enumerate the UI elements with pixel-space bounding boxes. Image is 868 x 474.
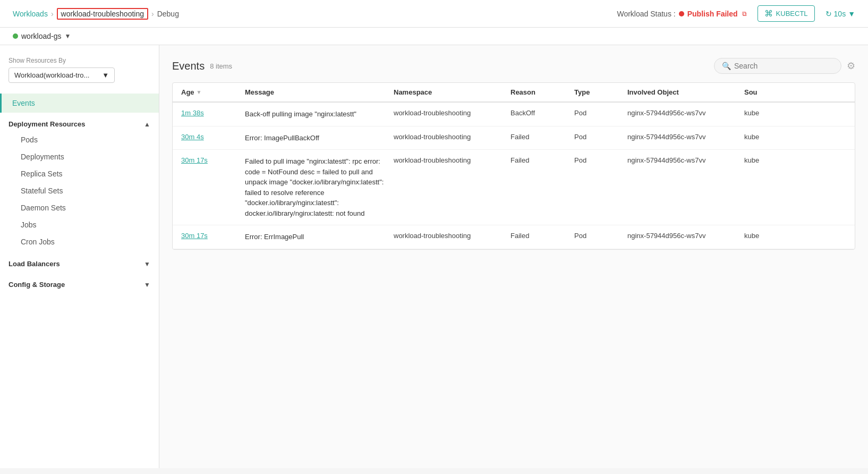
main-layout: Show Resources By Workload(workload-tro.… — [0, 45, 868, 468]
search-icon: 🔍 — [722, 62, 731, 70]
col-age-label: Age — [181, 88, 194, 96]
sidebar-events-label: Events — [12, 99, 35, 107]
status-text: Publish Failed — [687, 10, 738, 18]
search-input[interactable] — [734, 62, 833, 70]
sidebar-item-replica-sets[interactable]: Replica Sets — [8, 165, 150, 182]
config-storage-section: Config & Storage ▼ — [0, 273, 159, 294]
col-source: Sou — [744, 88, 787, 96]
sidebar-nav: Events Deployment Resources ▲ Pods Deplo… — [0, 94, 159, 294]
events-items-count: 8 items — [210, 62, 232, 70]
resource-select-dropdown[interactable]: Workload(workload-tro... ▼ — [8, 67, 115, 83]
sidebar-item-stateful-sets[interactable]: Stateful Sets — [8, 182, 150, 199]
sidebar-item-jobs[interactable]: Jobs — [8, 216, 150, 233]
workload-dropdown-icon[interactable]: ▼ — [64, 32, 71, 40]
row1-source: kube — [744, 133, 787, 141]
row0-source: kube — [744, 109, 787, 117]
workload-status-dot-icon — [13, 33, 18, 39]
row2-age[interactable]: 30m 17s — [181, 156, 245, 164]
row0-namespace: workload-troubleshooting — [394, 109, 510, 117]
col-age[interactable]: Age ▼ — [181, 88, 245, 96]
row1-reason: Failed — [510, 133, 574, 141]
external-link-icon[interactable]: ⧉ — [742, 10, 747, 18]
top-right-actions: Workload Status : Publish Failed ⧉ ⌘ KUB… — [617, 5, 855, 22]
col-type: Type — [574, 88, 627, 96]
row1-age[interactable]: 30m 4s — [181, 133, 245, 141]
breadcrumb: Workloads › workload-troubleshooting › D… — [13, 8, 179, 20]
row1-namespace: workload-troubleshooting — [394, 133, 510, 141]
resource-select-chevron-icon: ▼ — [102, 71, 109, 79]
workload-status-prefix: Workload Status : — [617, 10, 675, 18]
load-balancers-section: Load Balancers ▼ — [0, 252, 159, 273]
deployment-resources-collapse-icon: ▲ — [144, 121, 150, 128]
row1-involved-object: nginx-57944d956c-ws7vv — [627, 133, 744, 141]
row0-age[interactable]: 1m 38s — [181, 109, 245, 117]
status-dot-icon — [679, 11, 684, 16]
col-involved-object: Involved Object — [627, 88, 744, 96]
sidebar-item-daemon-sets[interactable]: Daemon Sets — [8, 199, 150, 216]
sidebar-item-events[interactable]: Events — [0, 94, 159, 113]
row0-type: Pod — [574, 109, 627, 117]
events-heading: Events — [172, 60, 205, 72]
sidebar-item-cron-jobs[interactable]: Cron Jobs — [8, 233, 150, 250]
breadcrumb-sep1: › — [51, 10, 54, 18]
row2-reason: Failed — [510, 156, 574, 164]
main-content: Events 8 items 🔍 ⚙ Age ▼ Message Namespa… — [159, 45, 868, 468]
row3-reason: Failed — [510, 232, 574, 240]
events-table: Age ▼ Message Namespace Reason Type Invo… — [172, 82, 855, 250]
kubectl-button[interactable]: ⌘ KUBECTL — [758, 5, 815, 22]
sidebar-item-deployments[interactable]: Deployments — [8, 148, 150, 165]
deployment-resources-label: Deployment Resources — [8, 120, 86, 128]
row2-namespace: workload-troubleshooting — [394, 156, 510, 164]
breadcrumb-workloads[interactable]: Workloads — [13, 10, 48, 18]
table-header: Age ▼ Message Namespace Reason Type Invo… — [173, 83, 855, 103]
terminal-icon: ⌘ — [764, 9, 773, 19]
deployment-resources-header[interactable]: Deployment Resources ▲ — [8, 117, 150, 131]
search-box[interactable]: 🔍 — [714, 58, 841, 74]
breadcrumb-sep2: › — [151, 10, 154, 18]
workload-name-label: workload-gs — [21, 32, 61, 40]
deployment-resources-section: Deployment Resources ▲ Pods Deployments … — [0, 113, 159, 252]
row3-source: kube — [744, 232, 787, 240]
row1-message: Error: ImagePullBackOff — [245, 133, 394, 143]
refresh-interval: 10s — [834, 10, 846, 18]
refresh-chevron-icon: ▼ — [848, 10, 855, 18]
sort-age-icon: ▼ — [197, 89, 202, 95]
table-row: 1m 38s Back-off pulling image "nginx:lat… — [173, 103, 855, 126]
kubectl-label: KUBECTL — [776, 10, 808, 18]
row3-namespace: workload-troubleshooting — [394, 232, 510, 240]
events-actions: 🔍 ⚙ — [714, 58, 855, 74]
sub-header: workload-gs ▼ — [0, 28, 868, 45]
row0-reason: BackOff — [510, 109, 574, 117]
events-header: Events 8 items 🔍 ⚙ — [172, 58, 855, 74]
sidebar-item-pods[interactable]: Pods — [8, 131, 150, 148]
refresh-icon: ↻ — [826, 10, 832, 18]
load-balancers-header[interactable]: Load Balancers ▼ — [8, 257, 150, 271]
col-reason: Reason — [510, 88, 574, 96]
config-storage-expand-icon: ▼ — [144, 281, 150, 289]
workload-name: workload-gs ▼ — [13, 32, 71, 40]
row2-type: Pod — [574, 156, 627, 164]
table-row: 30m 17s Failed to pull image "nginx:late… — [173, 150, 855, 225]
resource-select-value: Workload(workload-tro... — [14, 71, 89, 79]
col-message: Message — [245, 88, 394, 96]
row2-source: kube — [744, 156, 787, 164]
load-balancers-expand-icon: ▼ — [144, 260, 150, 268]
breadcrumb-debug: Debug — [157, 10, 179, 18]
top-bar: Workloads › workload-troubleshooting › D… — [0, 0, 868, 28]
events-title: Events 8 items — [172, 60, 232, 72]
config-storage-label: Config & Storage — [8, 281, 65, 289]
table-row: 30m 17s Error: ErrImagePull workload-tro… — [173, 225, 855, 249]
row2-message: Failed to pull image "nginx:latestt": rp… — [245, 156, 394, 218]
settings-icon[interactable]: ⚙ — [847, 60, 855, 72]
breadcrumb-current: workload-troubleshooting — [57, 8, 148, 20]
row3-involved-object: nginx-57944d956c-ws7vv — [627, 232, 744, 240]
row3-age[interactable]: 30m 17s — [181, 232, 245, 240]
row1-type: Pod — [574, 133, 627, 141]
row3-message: Error: ErrImagePull — [245, 232, 394, 242]
config-storage-header[interactable]: Config & Storage ▼ — [8, 277, 150, 292]
show-resources-section: Show Resources By Workload(workload-tro.… — [0, 50, 159, 89]
show-resources-label: Show Resources By — [8, 57, 150, 64]
refresh-button[interactable]: ↻ 10s ▼ — [826, 10, 855, 18]
workload-status: Workload Status : Publish Failed ⧉ — [617, 10, 746, 18]
load-balancers-label: Load Balancers — [8, 260, 60, 268]
